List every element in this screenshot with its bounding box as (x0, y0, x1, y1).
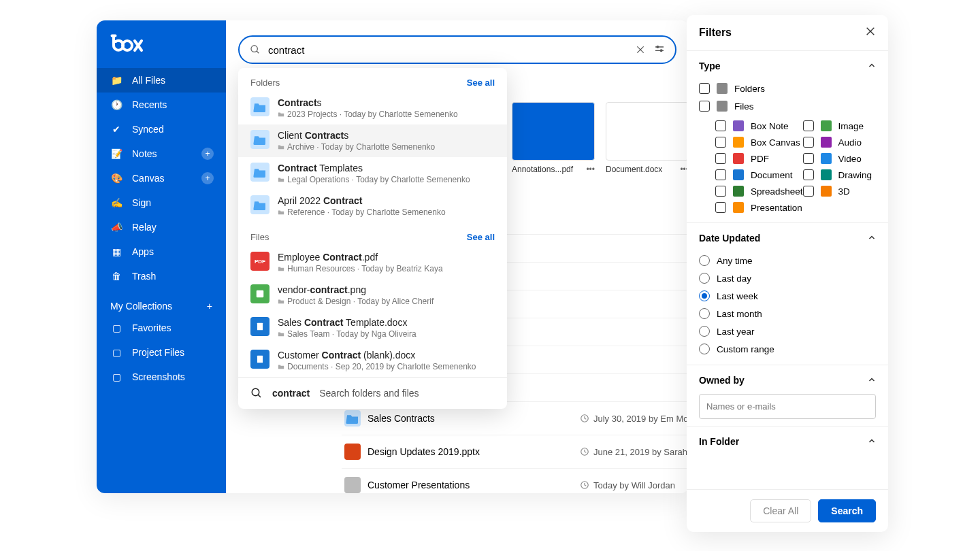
filter-type-row[interactable]: Spreadsheet (715, 183, 803, 199)
search-all-row[interactable]: contract Search folders and files (238, 377, 507, 409)
filter-type-row[interactable]: 3D (803, 183, 876, 199)
table-row[interactable]: Design Updates 2019.pptx June 21, 2019 b… (342, 435, 689, 469)
see-all-folders-link[interactable]: See all (467, 78, 495, 88)
box-logo (97, 34, 226, 68)
thumbnail-card[interactable]: Annotations...pdf••• (512, 102, 595, 174)
owned-by-input[interactable] (699, 394, 876, 419)
sidebar-item-synced[interactable]: ✔Synced (97, 117, 226, 141)
nav-icon: ✔ (110, 123, 122, 135)
nav-icon: 📣 (110, 221, 122, 233)
checkbox[interactable] (715, 153, 726, 164)
close-filters-icon[interactable] (865, 26, 876, 39)
checkbox[interactable] (699, 83, 710, 94)
checkbox[interactable] (715, 186, 726, 197)
checkbox[interactable] (715, 120, 726, 131)
suggestion-folder[interactable]: Contract Templates Legal Operations · To… (238, 157, 507, 190)
filter-type-row[interactable]: Box Canvas (715, 134, 803, 150)
file-icon (717, 101, 728, 112)
sidebar-item-all-files[interactable]: 📁All Files (97, 68, 226, 93)
folders-section-label: Folders (250, 78, 280, 88)
search-icon (249, 44, 261, 56)
filetype-icon (821, 169, 832, 180)
pdf-icon: PDF (250, 252, 270, 271)
radio[interactable] (699, 344, 710, 354)
date-option[interactable]: Last day (699, 269, 876, 287)
filter-type-row[interactable]: Video (803, 150, 876, 167)
radio[interactable] (699, 326, 710, 337)
sidebar-item-recents[interactable]: 🕐Recents (97, 93, 226, 117)
search-box[interactable] (238, 35, 676, 64)
doc-icon (250, 317, 270, 336)
checkbox[interactable] (803, 137, 814, 148)
folder-icon (250, 97, 270, 116)
filter-type-row[interactable]: Image (803, 118, 876, 134)
sidebar-item-relay[interactable]: 📣Relay (97, 215, 226, 239)
checkbox[interactable] (699, 101, 710, 112)
filter-type-row[interactable]: Box Note (715, 118, 803, 134)
collection-project-files[interactable]: ▢Project Files (97, 340, 226, 365)
sidebar-item-sign[interactable]: ✍Sign (97, 190, 226, 215)
radio[interactable] (699, 273, 710, 284)
sidebar-item-trash[interactable]: 🗑Trash (97, 264, 226, 288)
collection-favorites[interactable]: ▢Favorites (97, 316, 226, 340)
checkbox[interactable] (715, 202, 726, 213)
radio[interactable] (699, 290, 710, 301)
clear-all-button[interactable]: Clear All (750, 499, 811, 522)
suggestion-folder[interactable]: April 2022 Contract Reference · Today by… (238, 190, 507, 222)
add-icon[interactable]: + (201, 148, 214, 160)
files-section-label: Files (250, 232, 269, 242)
nav-icon: 🎨 (110, 172, 122, 184)
filter-type-row[interactable]: Presentation (715, 199, 803, 216)
svg-rect-9 (257, 290, 264, 298)
checkbox[interactable] (715, 169, 726, 180)
search-button[interactable]: Search (818, 499, 876, 522)
search-input[interactable] (268, 44, 627, 56)
folder-icon (250, 195, 270, 214)
sidebar-item-apps[interactable]: ▦Apps (97, 239, 226, 264)
add-collection-icon[interactable]: + (207, 301, 212, 312)
suggestion-file[interactable]: vendor-contract.png Product & Design · T… (238, 279, 507, 312)
owned-by-section: Owned by (687, 365, 888, 427)
collection-icon: ▢ (110, 346, 122, 358)
date-option[interactable]: Custom range (699, 340, 876, 358)
date-option[interactable]: Any time (699, 252, 876, 269)
collection-screenshots[interactable]: ▢Screenshots (97, 365, 226, 389)
checkbox[interactable] (803, 153, 814, 164)
date-option[interactable]: Last month (699, 305, 876, 322)
checkbox[interactable] (803, 120, 814, 131)
date-option[interactable]: Last year (699, 322, 876, 340)
date-option[interactable]: Last week (699, 287, 876, 305)
filter-toggle-icon[interactable] (653, 44, 666, 56)
thumbnail-card[interactable]: Document.docx••• (606, 102, 689, 174)
filter-type-row[interactable]: Audio (803, 134, 876, 150)
filter-type-row[interactable]: Drawing (803, 167, 876, 183)
filter-files-row[interactable]: Files (699, 97, 876, 115)
sidebar-item-notes[interactable]: 📝Notes+ (97, 141, 226, 166)
filters-panel: Filters Type Folders Files Box Note B (687, 15, 888, 532)
suggestion-file[interactable]: Customer Contract (blank).docx Documents… (238, 344, 507, 377)
suggestion-folder[interactable]: Contracts 2023 Projects · Today by Charl… (238, 92, 507, 124)
radio[interactable] (699, 308, 710, 319)
filter-type-row[interactable]: PDF (715, 150, 803, 167)
suggestion-file[interactable]: Sales Contract Template.docx Sales Team … (238, 312, 507, 344)
checkbox[interactable] (803, 186, 814, 197)
add-icon[interactable]: + (201, 172, 214, 184)
collection-icon: ▢ (110, 322, 122, 334)
filter-type-row[interactable]: Document (715, 167, 803, 183)
filetype-icon (733, 137, 744, 148)
more-icon[interactable]: ••• (586, 165, 595, 174)
clear-search-icon[interactable] (634, 44, 647, 56)
checkbox[interactable] (715, 137, 726, 148)
see-all-files-link[interactable]: See all (467, 232, 495, 242)
suggestion-file[interactable]: PDF Employee Contract.pdf Human Resource… (238, 246, 507, 279)
checkbox[interactable] (803, 169, 814, 180)
filter-folders-row[interactable]: Folders (699, 80, 876, 97)
table-row[interactable]: Customer Presentations Today by Will Jor… (342, 469, 689, 493)
svg-line-2 (257, 51, 259, 53)
radio[interactable] (699, 255, 710, 266)
sidebar-item-canvas[interactable]: 🎨Canvas+ (97, 166, 226, 190)
chevron-up-icon (868, 436, 876, 447)
suggestion-folder[interactable]: Client Contracts Archive · Today by Char… (238, 124, 507, 157)
nav-icon: 📁 (110, 74, 122, 86)
svg-point-6 (657, 46, 659, 48)
